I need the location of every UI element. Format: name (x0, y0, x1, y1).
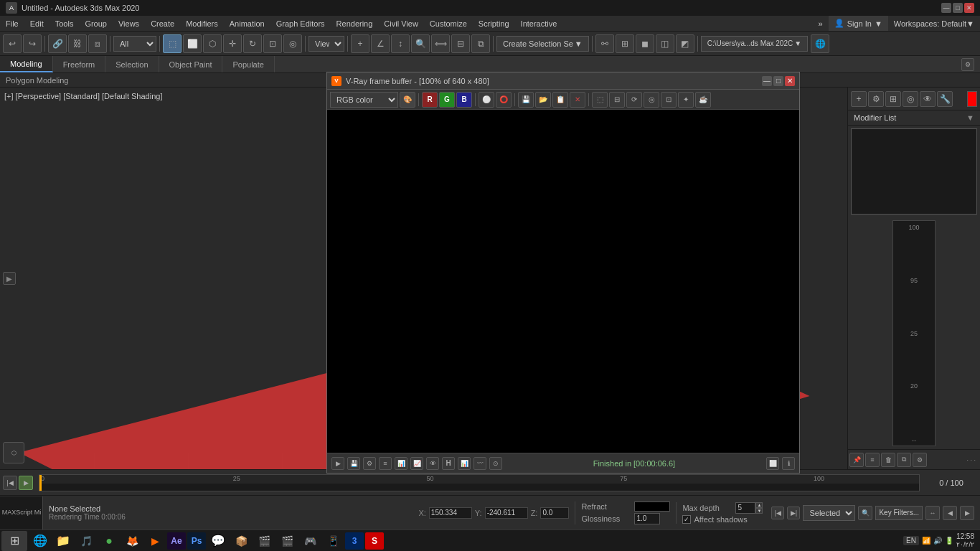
selection-filter-select[interactable]: All (113, 36, 156, 52)
configure-button[interactable]: ⚙ (913, 453, 927, 467)
play-button[interactable]: ▶ (19, 476, 33, 490)
select-region-button[interactable]: ⬜ (183, 34, 202, 53)
motion-icon[interactable]: ◎ (903, 91, 918, 107)
create-selection-button[interactable]: Create Selection Se ▼ (496, 36, 589, 52)
create-tab-icon[interactable]: + (851, 91, 867, 107)
vray-tea-button[interactable]: ☕ (695, 92, 711, 108)
menu-edit[interactable]: Edit (24, 16, 50, 31)
menu-modifiers[interactable]: Modifiers (180, 16, 224, 31)
vray-color-mode-select[interactable]: RGB color (330, 92, 398, 108)
vray-status-track[interactable]: 📊 (395, 457, 407, 470)
undo-button[interactable]: ↩ (3, 34, 22, 53)
timeline-track[interactable]: 0 25 50 75 100 (39, 474, 920, 491)
vray-render-canvas[interactable] (327, 110, 799, 453)
spinner-snap-button[interactable]: ↕ (391, 34, 410, 53)
bind-button[interactable]: ⧈ (88, 34, 107, 53)
menu-file[interactable]: File (0, 16, 24, 31)
taskbar-ie[interactable]: 🌐 (29, 531, 51, 551)
vray-tonemap-button[interactable]: ⊡ (661, 92, 677, 108)
menu-animation[interactable]: Animation (224, 16, 270, 31)
prev-key-button[interactable]: |◀ (771, 507, 784, 519)
vray-clear-button[interactable]: ✕ (570, 92, 585, 108)
glossiness-input[interactable] (634, 513, 660, 524)
modifier-list-box[interactable] (851, 128, 977, 215)
vray-denoiser-button[interactable]: ✦ (678, 92, 694, 108)
scale-button[interactable]: ⊡ (263, 34, 282, 53)
taskbar-ae[interactable]: Ae (167, 532, 186, 550)
tab-object-paint[interactable]: Object Paint (159, 56, 223, 72)
next-key-button[interactable]: ▶| (787, 507, 800, 519)
unlink-button[interactable]: ⛓ (68, 34, 87, 53)
globe-button[interactable]: 🌐 (811, 34, 829, 53)
link-button[interactable]: 🔗 (48, 34, 67, 53)
menu-customize[interactable]: Customize (424, 16, 473, 31)
prev-frame-button[interactable]: |◀ (3, 476, 17, 490)
timeline-marker[interactable] (39, 475, 42, 491)
pin-button[interactable]: 📌 (849, 453, 864, 467)
menu-rendering[interactable]: Rendering (331, 16, 379, 31)
tab-freeform[interactable]: Freeform (53, 56, 106, 72)
move-button[interactable]: ✛ (223, 34, 242, 53)
taskbar-s[interactable]: S (365, 532, 384, 550)
search-keys-button[interactable]: 🔍 (858, 506, 872, 520)
vray-color-picker[interactable]: 🎨 (400, 92, 415, 108)
menu-civil-view[interactable]: Civil View (378, 16, 423, 31)
vray-title-bar[interactable]: V V-Ray frame buffer - [100% of 640 x 48… (327, 72, 799, 90)
view-cube[interactable]: ⬡ (3, 442, 24, 463)
render-button[interactable]: ◩ (676, 34, 694, 53)
rotate-button[interactable]: ↻ (243, 34, 262, 53)
max-depth-spinner[interactable]: ▲ ▼ (735, 502, 763, 514)
utilities-icon[interactable]: 🔧 (937, 91, 953, 107)
taskbar-media[interactable]: 🎵 (75, 531, 97, 551)
z-coord-input[interactable] (540, 507, 569, 519)
vray-close-button[interactable]: ✕ (785, 76, 795, 86)
modify-tab-icon[interactable]: ⚙ (868, 91, 884, 107)
vray-status-play[interactable]: ▶ (331, 457, 344, 470)
mirror-button[interactable]: ⟺ (431, 34, 450, 53)
vray-status-waveform[interactable]: 〰 (473, 457, 486, 470)
maximize-button[interactable]: □ (953, 3, 963, 13)
selected-dropdown[interactable]: Selected (803, 505, 855, 521)
graph-editor-button[interactable]: ⚯ (595, 34, 614, 53)
zoom-button[interactable]: 🔍 (411, 34, 430, 53)
display-icon[interactable]: 👁 (920, 91, 936, 107)
tab-populate[interactable]: Populate (222, 56, 274, 72)
vray-status-vectorscope[interactable]: ⊙ (489, 457, 502, 470)
close-button[interactable]: ✕ (964, 3, 974, 13)
move-keys-button[interactable]: ↔ (925, 506, 940, 520)
vray-minimize-button[interactable]: — (762, 76, 772, 86)
max-depth-down[interactable]: ▼ (755, 508, 763, 514)
align-button[interactable]: ⊟ (451, 34, 470, 53)
render-setup-button[interactable]: ◫ (656, 34, 674, 53)
vray-status-histogram[interactable]: 📊 (458, 457, 471, 470)
vray-maximize-button[interactable]: □ (773, 76, 783, 86)
vray-status-settings[interactable]: ⚙ (363, 457, 376, 470)
vray-save-button[interactable]: 💾 (518, 92, 534, 108)
vray-white-sphere[interactable]: ⚪ (479, 92, 494, 108)
minimize-button[interactable]: — (941, 3, 951, 13)
remove-modifier-button[interactable]: 🗑 (881, 453, 895, 467)
nav-right-button[interactable]: ▶ (960, 506, 974, 520)
menu-graph-editors[interactable]: Graph Editors (270, 16, 331, 31)
taskbar-firefox[interactable]: 🦊 (121, 531, 143, 551)
layer-button[interactable]: ⧉ (471, 34, 490, 53)
start-button[interactable]: ⊞ (1, 531, 27, 551)
menu-views[interactable]: Views (113, 16, 145, 31)
affect-shadows-checkbox[interactable]: ✓ (682, 515, 691, 524)
vray-b-button[interactable]: B (456, 92, 472, 108)
sign-in-button[interactable]: 👤 Sign In ▼ (829, 16, 888, 31)
max-depth-input[interactable] (735, 502, 755, 514)
vray-render-region-button[interactable]: ⬚ (592, 92, 608, 108)
taskbar-3dsmax[interactable]: 3 (345, 532, 364, 550)
tab-selection[interactable]: Selection (105, 56, 159, 72)
vray-status-eye[interactable]: 👁 (426, 457, 439, 470)
vray-gray-sphere[interactable]: ⭕ (496, 92, 512, 108)
taskbar-video2[interactable]: 🎬 (276, 531, 298, 551)
vray-history-button[interactable]: ⟳ (626, 92, 642, 108)
sound-icon[interactable]: 🔊 (933, 537, 942, 545)
vray-status-info[interactable]: ℹ (782, 457, 795, 470)
x-coord-input[interactable] (429, 507, 472, 519)
vray-compare-button[interactable]: ⊟ (609, 92, 625, 108)
taskbar-zip[interactable]: 📦 (230, 531, 252, 551)
angle-snap-button[interactable]: ∠ (371, 34, 390, 53)
